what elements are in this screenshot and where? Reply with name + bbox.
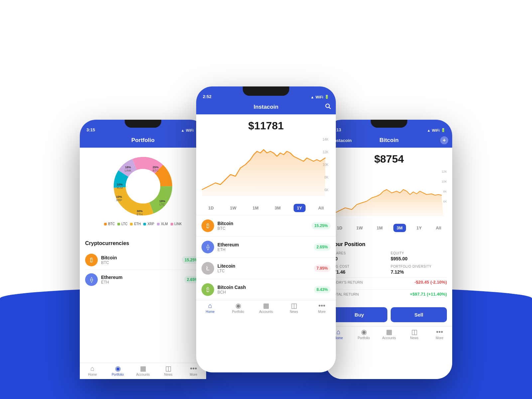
- tab-news-left[interactable]: ◫ News: [156, 365, 181, 376]
- accounts-icon-right: ▦: [386, 329, 392, 335]
- today-return-row: TODAY'S RETURN -$20.45 (-2.10%): [331, 277, 447, 287]
- list-item-bch-center[interactable]: ₿ Bitcoin Cash BCH 8.43%: [196, 279, 336, 300]
- legend-btc: BTC: [104, 222, 115, 226]
- time-1w-right[interactable]: 1W: [353, 224, 366, 232]
- main-price: $11781: [203, 120, 329, 132]
- tab-news-center[interactable]: ◫ News: [280, 302, 308, 314]
- btc-icon-center: ₿: [201, 219, 214, 232]
- tab-portfolio-right[interactable]: ◉ Portfolio: [351, 329, 376, 340]
- tab-news-right[interactable]: ◫ News: [402, 329, 427, 340]
- position-title: Your Position: [331, 241, 447, 247]
- list-item-btc-center[interactable]: ₿ Bitcoin BTC 15.25%: [196, 215, 336, 236]
- position-grid: SHARES 5.0 EQUITY $955.00 AVG COST 171.4…: [331, 251, 447, 275]
- buy-button[interactable]: Buy: [331, 307, 387, 322]
- svg-text:19%: 19%: [159, 200, 165, 203]
- more-icon-center: •••: [318, 302, 325, 309]
- more-icon-left: •••: [190, 365, 197, 372]
- portfolio-icon-center: ◉: [235, 302, 241, 309]
- news-icon-center: ◫: [291, 302, 297, 309]
- accounts-icon-left: ▦: [140, 365, 146, 372]
- tab-accounts-right[interactable]: ▦ Accounts: [376, 329, 402, 340]
- tab-portfolio-center[interactable]: ◉ Portfolio: [224, 302, 252, 314]
- coin-list-center: ₿ Bitcoin BTC 15.25% ⟠ Ethereum ETH: [196, 215, 336, 300]
- time-selector-center: 1D 1W 1M 3M 1Y All: [196, 201, 336, 215]
- time-1w-center[interactable]: 1W: [226, 204, 240, 212]
- tab-more-right[interactable]: ••• More: [427, 329, 452, 340]
- time-1y-center[interactable]: 1Y: [294, 204, 306, 212]
- phone-right-inner: 3:13 ▲ WiFi 🔋 ‹ Instacoin Bitcoin +: [326, 120, 452, 379]
- svg-text:BTC: BTC: [153, 169, 159, 172]
- avg-cost-item: AVG COST 171.46: [331, 265, 387, 275]
- phones-container: 3:15 ▲ WiFi 🔋 Portfolio: [0, 0, 532, 399]
- today-return-value: -$20.45 (-2.10%): [414, 280, 447, 285]
- list-item-eth-center[interactable]: ⟠ Ethereum ETH 2.65%: [196, 237, 336, 257]
- more-label-right: More: [436, 336, 444, 340]
- position-section: Your Position SHARES 5.0 EQUITY $955.00 …: [326, 237, 452, 303]
- header-title-left: Portfolio: [131, 137, 155, 144]
- phone-right: 3:13 ▲ WiFi 🔋 ‹ Instacoin Bitcoin +: [326, 120, 452, 379]
- sell-button[interactable]: Sell: [391, 307, 447, 322]
- time-1m-center[interactable]: 1M: [249, 204, 262, 212]
- status-icons-center: ▲ WiFi 🔋: [311, 95, 329, 99]
- section-title-left: Cryptocurrencies: [85, 240, 201, 246]
- donut-section: 25% BTC 18% LINK 10% XLM 10% XRP 30% ETH…: [80, 148, 206, 234]
- list-item-ltc-center[interactable]: Ł Litecoin LTC 7.95%: [196, 258, 336, 279]
- tab-bar-center: ⌂ Home ◉ Portfolio ▦ Accounts ◫ News •••: [196, 300, 336, 316]
- equity-label: EQUITY: [391, 251, 447, 255]
- accounts-label-right: Accounts: [382, 336, 396, 340]
- tab-bar-right: ⌂ Home ◉ Portfolio ▦ Accounts ◫ News •••: [326, 326, 452, 342]
- accounts-label-center: Accounts: [259, 310, 273, 314]
- portfolio-icon-left: ◉: [115, 365, 121, 372]
- equity-item: EQUITY $955.00: [391, 251, 447, 261]
- tab-more-center[interactable]: ••• More: [308, 302, 336, 314]
- bitcoin-price: $8754: [332, 153, 446, 165]
- svg-text:18%: 18%: [125, 166, 131, 169]
- time-center: 2:52: [203, 94, 211, 99]
- phone-center-inner: 2:52 ▲ WiFi 🔋 Instacoin $11: [196, 86, 336, 372]
- notch-left: [125, 120, 161, 128]
- diversity-label: PORTFOLIO DIVERSITY: [391, 265, 447, 268]
- eth-icon-center: ⟠: [201, 241, 214, 253]
- time-1d-center[interactable]: 1D: [205, 204, 217, 212]
- phone-center: 2:52 ▲ WiFi 🔋 Instacoin $11: [196, 86, 336, 372]
- eth-badge-center: 2.65%: [314, 243, 331, 251]
- tab-portfolio-left[interactable]: ◉ Portfolio: [105, 365, 130, 376]
- svg-text:XRP: XRP: [116, 199, 122, 202]
- list-item-btc-left[interactable]: ₿ Bitcoin BTC 15.25%: [85, 250, 201, 270]
- shares-label: SHARES: [331, 251, 387, 255]
- tab-home-left[interactable]: ⌂ Home: [80, 365, 105, 376]
- time-1m-right[interactable]: 1M: [373, 224, 386, 232]
- time-left: 3:15: [86, 127, 95, 132]
- tab-bar-left: ⌂ Home ◉ Portfolio ▦ Accounts ◫ News •••: [80, 363, 206, 379]
- more-label-left: More: [190, 373, 198, 376]
- svg-text:25%: 25%: [153, 166, 159, 169]
- header-title-center: Instacoin: [254, 104, 279, 110]
- time-3m-center[interactable]: 3M: [271, 204, 284, 212]
- total-return-value: +$97.71 (+11.40%): [410, 292, 447, 297]
- svg-text:10%: 10%: [116, 195, 122, 199]
- legend-xrp: XRP: [143, 222, 154, 226]
- time-3m-right[interactable]: 3M: [393, 224, 406, 232]
- time-all-right[interactable]: All: [432, 224, 445, 232]
- price-chart-right: 12K 10K 8K 6K: [329, 168, 450, 221]
- svg-text:LTC: LTC: [160, 203, 165, 206]
- btc-badge-center: 15.25%: [312, 222, 331, 229]
- tab-accounts-center[interactable]: ▦ Accounts: [252, 302, 280, 314]
- svg-text:14K: 14K: [323, 138, 329, 141]
- nav-bar-center: Instacoin: [196, 101, 336, 114]
- time-1y-right[interactable]: 1Y: [413, 224, 425, 232]
- price-section-center: $11781: [196, 114, 336, 135]
- news-icon-right: ◫: [411, 329, 418, 335]
- legend-link: LINK: [171, 222, 182, 226]
- svg-text:12K: 12K: [442, 170, 447, 173]
- bch-badge-center: 8.43%: [314, 286, 331, 293]
- donut-svg: 25% BTC 18% LINK 10% XLM 10% XRP 30% ETH…: [110, 153, 176, 219]
- tab-home-center[interactable]: ⌂ Home: [196, 302, 224, 314]
- tab-accounts-left[interactable]: ▦ Accounts: [130, 365, 156, 376]
- time-all-center[interactable]: All: [315, 204, 327, 212]
- add-icon-right[interactable]: +: [440, 136, 448, 144]
- chart-right: 12K 10K 8K 6K: [326, 168, 452, 221]
- list-item-eth-left[interactable]: ⟠ Ethereum ETH 2.65%: [85, 270, 201, 289]
- search-icon-center[interactable]: [325, 103, 332, 112]
- news-label-right: News: [410, 336, 418, 340]
